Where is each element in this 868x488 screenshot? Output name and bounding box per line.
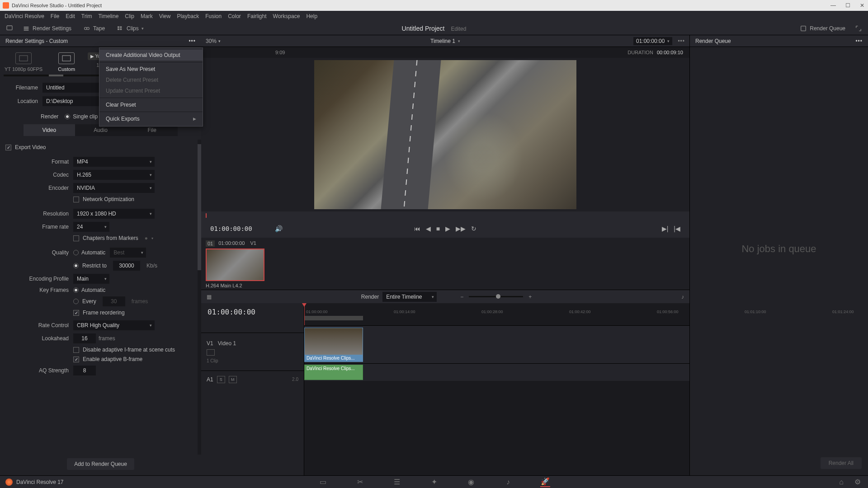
solo-button[interactable]: S: [217, 376, 225, 383]
viewer-menu-button[interactable]: •••: [678, 38, 685, 44]
disable-iframe-check[interactable]: Disable adaptive I-frame at scene cuts: [73, 347, 192, 353]
play-button[interactable]: ▶: [445, 225, 450, 232]
dd-create-output[interactable]: Create Additional Video Output: [99, 50, 203, 61]
add-to-queue-button[interactable]: Add to Render Queue: [67, 458, 134, 470]
chapters-check[interactable]: Chapters from Markers ● ▾: [73, 235, 192, 241]
encoder-select[interactable]: NVIDIA: [73, 183, 155, 193]
viewer[interactable]: [201, 58, 689, 211]
lookahead-input[interactable]: [73, 333, 96, 343]
codec-select[interactable]: H.265: [73, 170, 155, 180]
edit-page-button[interactable]: ☰: [392, 477, 402, 487]
loop-button[interactable]: ↻: [471, 225, 476, 232]
menu-davinci[interactable]: DaVinci Resolve: [5, 13, 44, 19]
color-page-button[interactable]: ◉: [466, 477, 476, 487]
track-toggle-icon[interactable]: [207, 349, 215, 356]
network-opt-check[interactable]: Network Optimization: [73, 196, 192, 202]
render-all-button[interactable]: Render All: [821, 457, 862, 469]
maximize-button[interactable]: ☐: [844, 2, 851, 9]
render-settings-button[interactable]: Render Settings: [19, 23, 75, 33]
menu-workspace[interactable]: Workspace: [273, 13, 300, 19]
radio-single-clip[interactable]: Single clip: [65, 113, 98, 120]
menu-fusion[interactable]: Fusion: [205, 13, 222, 19]
next-clip-button[interactable]: ▶|: [662, 225, 669, 232]
deliver-page-button[interactable]: 🚀: [540, 477, 550, 487]
settings-icon[interactable]: [5, 23, 14, 33]
dd-save-preset[interactable]: Save As New Preset: [99, 64, 203, 75]
format-select[interactable]: MP4: [73, 157, 155, 167]
tape-button[interactable]: Tape: [80, 23, 108, 33]
zoom-select[interactable]: 30% ▾: [206, 38, 221, 44]
cut-page-button[interactable]: ✂: [355, 477, 365, 487]
project-settings-button[interactable]: ⚙: [853, 477, 863, 487]
zoom-out-button[interactable]: −: [460, 294, 463, 300]
render-scope-select[interactable]: Entire Timeline: [382, 292, 437, 302]
quality-value-input[interactable]: [113, 261, 140, 271]
home-button[interactable]: ⌂: [836, 477, 846, 487]
render-region[interactable]: [304, 316, 363, 320]
fairlight-page-button[interactable]: ♪: [503, 477, 513, 487]
playhead[interactable]: [304, 303, 305, 325]
menu-help[interactable]: Help: [306, 13, 317, 19]
viewer-scrubber[interactable]: [201, 211, 689, 220]
menu-mark[interactable]: Mark: [141, 13, 153, 19]
stop-button[interactable]: ■: [436, 225, 440, 232]
menu-file[interactable]: File: [51, 13, 59, 19]
video-track[interactable]: DaVinci Resolve Clips...: [304, 326, 689, 364]
resolution-select[interactable]: 868 x 488 HD: [73, 209, 155, 219]
menu-clip[interactable]: Clip: [125, 13, 134, 19]
fusion-page-button[interactable]: ✦: [429, 477, 439, 487]
minimize-button[interactable]: —: [830, 2, 836, 9]
zoom-slider[interactable]: [469, 296, 523, 297]
menu-trim[interactable]: Trim: [81, 13, 92, 19]
render-queue-button[interactable]: Render Queue: [796, 23, 849, 33]
menu-timeline[interactable]: Timeline: [98, 13, 118, 19]
menu-color[interactable]: Color: [228, 13, 241, 19]
video-track-header[interactable]: V1 Video 1 1 Clip: [201, 333, 304, 371]
audio-track-header[interactable]: A1 S M 2.0: [201, 371, 304, 388]
video-clip[interactable]: DaVinci Resolve Clips...: [304, 328, 363, 362]
first-frame-button[interactable]: ⏮: [414, 225, 420, 232]
settings-scrollbar[interactable]: [198, 140, 201, 455]
audio-track[interactable]: DaVinci Resolve Clips...: [304, 364, 689, 381]
close-button[interactable]: ✕: [859, 2, 865, 9]
mute-button[interactable]: M: [229, 376, 237, 383]
tab-video[interactable]: Video: [24, 124, 75, 136]
media-page-button[interactable]: ▭: [318, 477, 328, 487]
enable-bframe-check[interactable]: Enable adaptive B-frame: [73, 356, 192, 362]
next-frame-button[interactable]: ▶▶: [456, 225, 466, 232]
dd-quick-exports[interactable]: Quick Exports ▶: [99, 113, 203, 124]
timeline-ruler[interactable]: 01:00:00:00 01:00:14:00 01:00:28:00 01:0…: [304, 303, 689, 326]
audio-meter-icon[interactable]: ♪: [681, 294, 684, 300]
timeline-name[interactable]: Timeline 1 ▾: [430, 38, 460, 44]
last-frame-button[interactable]: |◀: [674, 225, 680, 232]
profile-select[interactable]: Main: [73, 274, 109, 284]
menu-playback[interactable]: Playback: [177, 13, 199, 19]
framerate-select[interactable]: 24: [73, 222, 109, 232]
aq-input[interactable]: [73, 366, 96, 375]
clip-thumbnail[interactable]: [206, 249, 264, 281]
timecode-input[interactable]: 01:00:00:00 ▾: [633, 37, 672, 45]
dd-clear-preset[interactable]: Clear Preset: [99, 99, 203, 110]
zoom-in-button[interactable]: +: [528, 294, 532, 300]
audio-clip[interactable]: DaVinci Resolve Clips...: [304, 365, 363, 380]
preset-custom[interactable]: Custom: [58, 52, 75, 72]
menu-fairlight[interactable]: Fairlight: [247, 13, 267, 19]
keyframes-auto-radio[interactable]: Automatic: [73, 287, 105, 293]
menu-edit[interactable]: Edit: [66, 13, 75, 19]
render-settings-menu-button[interactable]: •••: [189, 38, 196, 44]
export-video-check[interactable]: Export Video: [5, 144, 192, 150]
quality-auto-radio[interactable]: Automatic: [73, 249, 105, 256]
clips-button[interactable]: Clips ▾: [113, 23, 147, 33]
rate-control-select[interactable]: CBR High Quality: [73, 320, 155, 330]
expand-icon[interactable]: [854, 23, 863, 33]
frame-reorder-check[interactable]: Frame reordering: [73, 310, 192, 316]
queue-menu-button[interactable]: •••: [855, 38, 863, 44]
timeline-tracks[interactable]: 01:00:00:00 01:00:14:00 01:00:28:00 01:0…: [304, 303, 689, 475]
menu-view[interactable]: View: [159, 13, 171, 19]
volume-icon[interactable]: 🔊: [275, 225, 283, 232]
prev-frame-button[interactable]: ◀: [426, 225, 431, 232]
keyframes-every-radio[interactable]: Every frames: [73, 296, 192, 306]
preset-yt1080[interactable]: YT 1080p 60FPS: [5, 52, 42, 72]
timeline-view-icon[interactable]: ▦: [207, 294, 212, 300]
quality-restrict-radio[interactable]: Restrict to Kb/s: [73, 261, 192, 271]
